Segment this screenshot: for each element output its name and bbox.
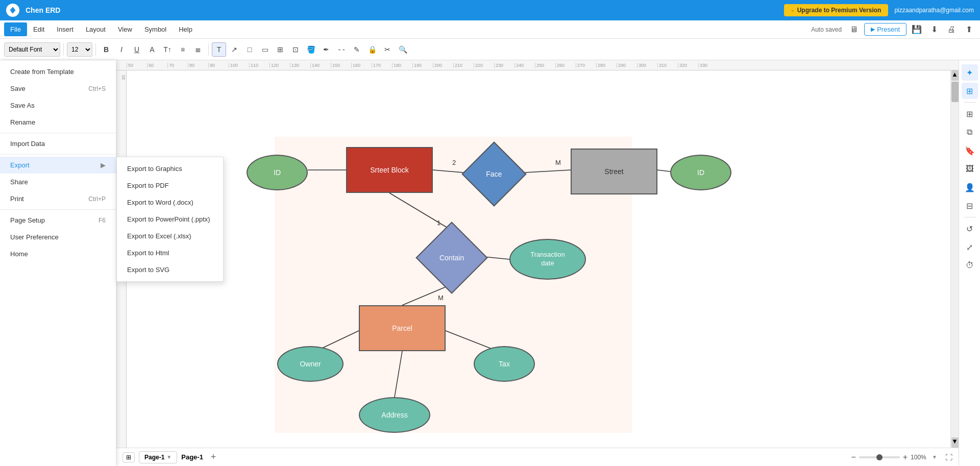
rs-expand-icon[interactable]: ⤢: [962, 239, 978, 255]
scroll-thumb[interactable]: [951, 82, 959, 102]
menu-edit[interactable]: Edit: [27, 22, 51, 36]
search-button[interactable]: 🔍: [396, 42, 410, 57]
erd-address-ellipse[interactable]: Address: [359, 397, 430, 433]
present-button[interactable]: Present: [864, 23, 906, 36]
download-icon[interactable]: ⬇: [927, 22, 941, 37]
menu-help[interactable]: Help: [173, 22, 199, 36]
app-title: Chen ERD: [26, 6, 778, 14]
erd-id-right-ellipse[interactable]: ID: [670, 155, 731, 190]
menu-print[interactable]: Print Ctrl+P: [0, 190, 116, 207]
erd-face-diamond-wrapper[interactable]: Face: [463, 149, 525, 200]
text-top-button[interactable]: T↑: [160, 42, 175, 57]
crop-button[interactable]: ⊡: [288, 42, 303, 57]
erd-parcel-rect[interactable]: Parcel: [359, 305, 446, 351]
menu-file[interactable]: File: [4, 22, 27, 36]
rounded-rect-button[interactable]: ▭: [258, 42, 272, 57]
print-icon[interactable]: 🖨: [944, 22, 959, 37]
menu-symbol[interactable]: Symbol: [138, 22, 173, 36]
zoom-out-button[interactable]: −: [851, 453, 855, 462]
erd-id-left-ellipse[interactable]: ID: [247, 155, 308, 190]
connector-button[interactable]: ↗: [227, 42, 241, 57]
menu-page-setup[interactable]: Page Setup F6: [0, 212, 116, 229]
canvas-area[interactable]: 50 60 70 80 90 100 110 120 130 140 150 1…: [116, 60, 959, 466]
export-html[interactable]: Export to Html: [117, 244, 223, 261]
bold-button[interactable]: B: [99, 42, 113, 57]
menu-import-data[interactable]: Import Data: [0, 135, 116, 152]
text-align-button[interactable]: ≣: [191, 42, 205, 57]
add-page-button[interactable]: +: [207, 451, 219, 463]
pen-button[interactable]: ✒: [319, 42, 333, 57]
erd-contain-diamond-wrapper[interactable]: Contain: [419, 230, 485, 286]
zoom-percent-label: 100%: [911, 454, 929, 461]
export-svg[interactable]: Export to SVG: [117, 261, 223, 278]
ruler-horizontal: 50 60 70 80 90 100 110 120 130 140 150 1…: [116, 60, 959, 70]
page-view-icon[interactable]: ⊞: [122, 452, 135, 462]
erd-tax-ellipse[interactable]: Tax: [474, 346, 535, 382]
menu-create-template[interactable]: Create from Template: [0, 63, 116, 80]
lock-button[interactable]: 🔒: [365, 42, 379, 57]
scrollbar-vertical[interactable]: ▲ ▼: [950, 70, 959, 448]
rs-table-icon[interactable]: ⊟: [962, 198, 978, 214]
erd-owner-ellipse[interactable]: Owner: [277, 346, 344, 382]
page-tab[interactable]: Page-1 ▼: [139, 451, 177, 463]
underline-button[interactable]: U: [130, 42, 144, 57]
menu-home[interactable]: Home: [0, 246, 116, 262]
italic-button[interactable]: I: [114, 42, 129, 57]
file-menu-panel: Create from Template Save Ctrl+S Save As…: [0, 60, 116, 466]
edit-button[interactable]: ✎: [350, 42, 364, 57]
share-icon[interactable]: ⬆: [962, 22, 976, 37]
text-tool-button[interactable]: T: [212, 42, 226, 57]
paint-bucket-button[interactable]: 🪣: [304, 42, 318, 57]
ruler-marks-h: 50 60 70 80 90 100 110 120 130 140 150 1…: [127, 63, 959, 68]
rs-cursor-icon[interactable]: ⊞: [962, 83, 978, 99]
rs-image-icon[interactable]: 🖼: [962, 161, 978, 177]
zoom-in-button[interactable]: +: [903, 453, 908, 462]
right-sidebar: ✦ ⊞ ⊞ ⧉ 🔖 🖼 👤 ⊟ ↺ ⤢ ⏱: [959, 60, 980, 466]
menu-user-preference[interactable]: User Preference: [0, 229, 116, 246]
erd-transaction-date-ellipse[interactable]: Transactiondate: [509, 239, 586, 280]
rs-bookmark-icon[interactable]: 🔖: [962, 142, 978, 159]
menu-view[interactable]: View: [112, 22, 138, 36]
screen-icon[interactable]: 🖥: [847, 22, 861, 37]
rs-person-icon[interactable]: 👤: [962, 179, 978, 195]
rs-grid-icon[interactable]: ⊞: [962, 106, 978, 122]
font-color-button[interactable]: A: [145, 42, 159, 57]
menu-save-as[interactable]: Save As: [0, 97, 116, 114]
export-arrow-icon: ▶: [101, 161, 106, 169]
dash-line-button[interactable]: - -: [334, 42, 349, 57]
scroll-up-arrow[interactable]: ▲: [951, 70, 959, 81]
fullscreen-button[interactable]: ⛶: [945, 453, 952, 461]
zoom-slider[interactable]: [859, 456, 900, 458]
menu-export[interactable]: Export ▶: [0, 157, 116, 174]
diagram-canvas[interactable]: 2 M 1 M Srteet Block Face: [127, 70, 950, 466]
rs-history-icon[interactable]: ⏱: [962, 257, 978, 274]
export-pdf[interactable]: Export to PDF: [117, 177, 223, 194]
save-icon[interactable]: 💾: [910, 22, 924, 37]
menu-layout[interactable]: Layout: [80, 22, 112, 36]
rs-refresh-icon[interactable]: ↺: [962, 220, 978, 237]
export-word[interactable]: Export to Word (.docx): [117, 194, 223, 211]
export-graphics[interactable]: Export to Graphics: [117, 160, 223, 177]
align-center-button[interactable]: ≡: [176, 42, 190, 57]
scissors-button[interactable]: ✂: [380, 42, 395, 57]
zoom-percent-arrow[interactable]: ▼: [932, 454, 937, 460]
upgrade-button[interactable]: Upgrade to Premium Version: [784, 4, 889, 16]
erd-street-rect[interactable]: Street: [571, 149, 657, 194]
font-size-select[interactable]: 12: [67, 42, 92, 57]
export-powerpoint[interactable]: Export to PowerPoint (.pptx): [117, 211, 223, 228]
font-family-select[interactable]: Default Font: [4, 42, 60, 57]
scroll-down-arrow[interactable]: ▼: [951, 437, 959, 448]
erd-srteet-block[interactable]: Srteet Block: [346, 147, 433, 193]
rect-tool-button[interactable]: □: [242, 42, 257, 57]
menu-insert[interactable]: Insert: [51, 22, 80, 36]
bottom-bar: ⊞ Page-1 ▼ Page-1 + − + 100% ▼ ⛶: [116, 448, 959, 466]
table-button[interactable]: ⊞: [273, 42, 287, 57]
rs-magic-wand-icon[interactable]: ✦: [962, 64, 978, 81]
main-area: Create from Template Save Ctrl+S Save As…: [0, 60, 980, 466]
menu-share[interactable]: Share: [0, 174, 116, 190]
menu-rename[interactable]: Rename: [0, 114, 116, 131]
rs-layers-icon[interactable]: ⧉: [962, 124, 978, 140]
menu-save[interactable]: Save Ctrl+S: [0, 80, 116, 97]
zoom-thumb[interactable]: [876, 454, 883, 460]
export-excel[interactable]: Export to Excel (.xlsx): [117, 228, 223, 244]
